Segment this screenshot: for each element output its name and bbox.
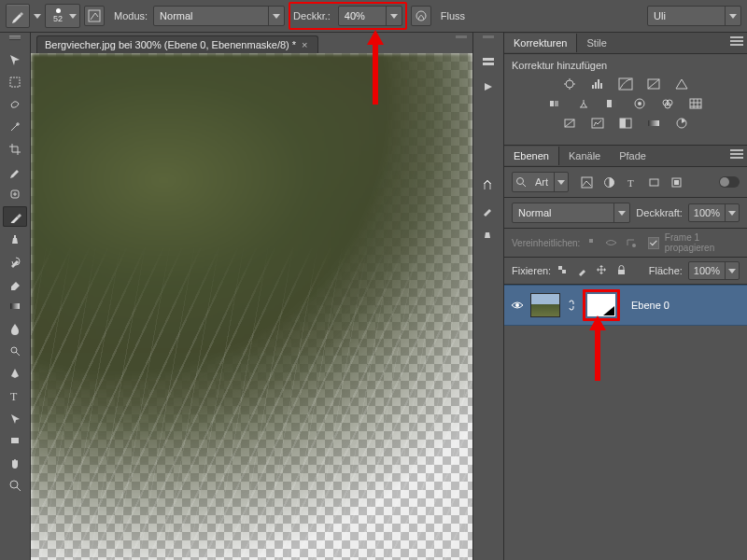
- levels-icon[interactable]: [589, 77, 606, 91]
- exposure-icon[interactable]: [645, 77, 662, 91]
- eyedropper-tool[interactable]: [3, 161, 27, 182]
- zoom-tool[interactable]: [3, 475, 27, 496]
- marquee-tool[interactable]: [3, 72, 27, 92]
- filter-pixel-icon[interactable]: [580, 175, 594, 189]
- lock-position-icon[interactable]: [596, 264, 608, 278]
- close-icon[interactable]: ×: [302, 39, 307, 50]
- document-tab[interactable]: Bergviecher.jpg bei 300% (Ebene 0, Ebene…: [36, 35, 318, 53]
- pen-tool[interactable]: [3, 363, 27, 384]
- layer-mask-thumbnail[interactable]: [587, 294, 615, 316]
- blend-mode-combo[interactable]: Normal: [153, 6, 285, 26]
- brightness-contrast-icon[interactable]: [561, 77, 578, 91]
- clone-source-panel-icon[interactable]: [478, 225, 499, 244]
- opacity-combo[interactable]: 40%: [338, 6, 402, 26]
- unify-position-icon[interactable]: [585, 236, 598, 250]
- layer-thumbnail[interactable]: [530, 293, 560, 317]
- fill-value: 100%: [689, 265, 725, 276]
- svg-rect-22: [612, 100, 616, 107]
- rectangle-tool[interactable]: [3, 430, 27, 451]
- visibility-toggle-icon[interactable]: [510, 298, 525, 313]
- move-tool[interactable]: [3, 49, 27, 70]
- color-balance-icon[interactable]: [575, 96, 592, 111]
- brush-panel-toggle[interactable]: [84, 6, 105, 26]
- layer-filter-row: Art T: [504, 167, 747, 198]
- lock-pixels-icon[interactable]: [576, 264, 588, 278]
- selective-color-icon[interactable]: [673, 116, 690, 131]
- tab-layers[interactable]: Ebenen: [504, 147, 559, 165]
- panel-menu-button[interactable]: [730, 149, 743, 159]
- path-selection-tool[interactable]: [3, 408, 27, 428]
- filter-shape-icon[interactable]: [647, 175, 661, 189]
- invert-icon[interactable]: [561, 116, 578, 131]
- brush-tool[interactable]: [3, 206, 27, 227]
- svg-rect-19: [550, 101, 554, 106]
- clone-stamp-tool[interactable]: [3, 229, 27, 249]
- color-lookup-icon[interactable]: [687, 96, 704, 111]
- opacity-value: 40%: [339, 7, 386, 25]
- tab-adjustments[interactable]: Korrekturen: [504, 34, 577, 52]
- layer-row[interactable]: Ebene 0: [504, 285, 747, 326]
- crop-tool[interactable]: [3, 139, 27, 160]
- tab-paths[interactable]: Pfade: [610, 147, 655, 165]
- lock-all-icon[interactable]: [615, 264, 627, 278]
- workspace-combo[interactable]: Uli: [647, 6, 741, 26]
- collapsed-panel-rail: [472, 33, 504, 560]
- lasso-tool[interactable]: [3, 94, 27, 115]
- photo-filter-icon[interactable]: [631, 96, 648, 111]
- brush-preset-picker[interactable]: 52: [45, 4, 80, 28]
- black-white-icon[interactable]: [603, 96, 620, 111]
- layer-blend-row: Normal Deckkraft: 100%: [504, 198, 747, 229]
- unify-style-icon[interactable]: [625, 236, 637, 250]
- layer-blend-combo[interactable]: Normal: [512, 203, 630, 223]
- svg-rect-17: [619, 78, 632, 90]
- chevron-down-icon: [728, 269, 736, 273]
- threshold-icon[interactable]: [617, 116, 634, 131]
- svg-rect-0: [89, 10, 100, 21]
- panel-menu-button[interactable]: [730, 36, 743, 46]
- filter-type-icon[interactable]: T: [625, 175, 639, 189]
- pressure-opacity-toggle[interactable]: [411, 6, 431, 26]
- blur-tool[interactable]: [3, 318, 27, 339]
- dodge-tool[interactable]: [3, 341, 27, 361]
- workspace-value: Uli: [648, 7, 725, 25]
- actions-panel-icon[interactable]: [478, 77, 499, 96]
- svg-point-42: [632, 244, 636, 247]
- history-panel-icon[interactable]: [478, 53, 499, 72]
- type-tool[interactable]: T: [3, 385, 27, 406]
- canvas[interactable]: [31, 53, 472, 560]
- gradient-tool[interactable]: [3, 296, 27, 316]
- fill-combo[interactable]: 100%: [688, 261, 740, 280]
- channel-mixer-icon[interactable]: [659, 96, 676, 111]
- hand-tool[interactable]: [3, 453, 27, 473]
- brushes-panel-icon[interactable]: [478, 201, 499, 219]
- filter-adjustment-icon[interactable]: [602, 175, 616, 189]
- brush-settings-panel-icon[interactable]: [478, 176, 499, 195]
- svg-rect-4: [14, 235, 16, 238]
- posterize-icon[interactable]: [589, 116, 606, 131]
- history-brush-tool[interactable]: [3, 251, 27, 272]
- svg-rect-11: [483, 63, 494, 65]
- tab-styles[interactable]: Stile: [577, 34, 615, 52]
- magic-wand-tool[interactable]: [3, 117, 27, 137]
- vibrance-icon[interactable]: [673, 77, 690, 91]
- chevron-down-icon[interactable]: [34, 14, 41, 19]
- chevron-down-icon: [390, 14, 398, 19]
- propagate-checkbox[interactable]: [648, 237, 658, 249]
- eraser-tool[interactable]: [3, 273, 27, 294]
- layer-list: Ebene 0: [504, 285, 747, 560]
- svg-rect-8: [11, 438, 19, 443]
- healing-brush-tool[interactable]: [3, 184, 27, 204]
- layer-opacity-combo[interactable]: 100%: [688, 203, 740, 222]
- mask-link-icon[interactable]: [566, 299, 577, 312]
- filter-smart-icon[interactable]: [669, 175, 684, 189]
- unify-visibility-icon[interactable]: [605, 236, 617, 250]
- gradient-map-icon[interactable]: [645, 116, 662, 131]
- hue-saturation-icon[interactable]: [547, 96, 564, 111]
- filter-toggle[interactable]: [719, 176, 740, 188]
- adjustments-panel: Korrektur hinzufügen: [504, 54, 747, 146]
- layer-kind-combo[interactable]: Art: [512, 172, 569, 192]
- tool-preset-picker[interactable]: [6, 4, 30, 28]
- tab-channels[interactable]: Kanäle: [559, 147, 610, 165]
- curves-icon[interactable]: [617, 77, 634, 91]
- lock-transparency-icon[interactable]: [557, 264, 569, 278]
